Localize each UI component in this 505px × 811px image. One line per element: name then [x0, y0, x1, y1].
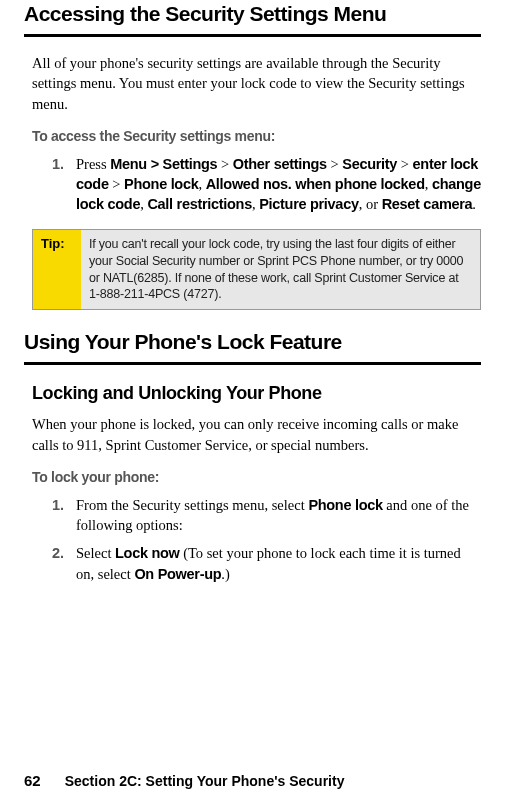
bold-term: Lock now: [115, 545, 179, 561]
page-footer: 62 Section 2C: Setting Your Phone's Secu…: [24, 772, 344, 789]
text: .: [472, 196, 476, 212]
menu-path: Other settings: [233, 156, 327, 172]
lock-intro-paragraph: When your phone is locked, you can only …: [32, 414, 481, 455]
text: >: [217, 156, 232, 172]
procedure-heading-access: To access the Security settings menu:: [32, 128, 481, 144]
heading-accessing-security: Accessing the Security Settings Menu: [24, 2, 481, 37]
footer-section-title: Section 2C: Setting Your Phone's Securit…: [65, 773, 345, 789]
text: ,: [198, 176, 205, 192]
bold-term: Phone lock: [308, 497, 382, 513]
tip-box: Tip: If you can't recall your lock code,…: [32, 229, 481, 311]
text: From the Security settings menu, select: [76, 497, 308, 513]
page-number: 62: [24, 772, 41, 789]
menu-path: Call restrictions: [147, 196, 252, 212]
menu-path: Phone lock: [124, 176, 198, 192]
procedure-heading-lock: To lock your phone:: [32, 469, 481, 485]
intro-paragraph: All of your phone's security settings ar…: [32, 53, 481, 114]
text: ,: [425, 176, 432, 192]
text: .): [221, 566, 229, 582]
subheading-locking-unlocking: Locking and Unlocking Your Phone: [32, 383, 481, 404]
tip-label: Tip:: [33, 230, 81, 310]
bold-term: On Power-up: [134, 566, 221, 582]
step-list-lock: 1. From the Security settings menu, sele…: [52, 495, 481, 584]
step-body: From the Security settings menu, select …: [76, 495, 481, 536]
menu-path: Security: [342, 156, 397, 172]
text: Select: [76, 545, 115, 561]
step-2-lock: 2. Select Lock now (To set your phone to…: [52, 543, 481, 584]
text: >: [109, 176, 124, 192]
step-body: Press Menu > Settings > Other settings >…: [76, 154, 481, 215]
text: >: [327, 156, 342, 172]
menu-path: Allowed nos. when phone locked: [206, 176, 425, 192]
tip-text: If you can't recall your lock code, try …: [81, 230, 480, 310]
menu-path: Reset camera: [382, 196, 473, 212]
step-list-access: 1. Press Menu > Settings > Other setting…: [52, 154, 481, 215]
step-body: Select Lock now (To set your phone to lo…: [76, 543, 481, 584]
step-1-access: 1. Press Menu > Settings > Other setting…: [52, 154, 481, 215]
step-number: 1.: [52, 154, 76, 215]
step-number: 2.: [52, 543, 76, 584]
text: , or: [359, 196, 382, 212]
text: >: [397, 156, 412, 172]
step-number: 1.: [52, 495, 76, 536]
menu-path: Picture privacy: [259, 196, 358, 212]
menu-path: Menu > Settings: [110, 156, 217, 172]
text: Press: [76, 156, 110, 172]
step-1-lock: 1. From the Security settings menu, sele…: [52, 495, 481, 536]
heading-using-lock-feature: Using Your Phone's Lock Feature: [24, 330, 481, 365]
